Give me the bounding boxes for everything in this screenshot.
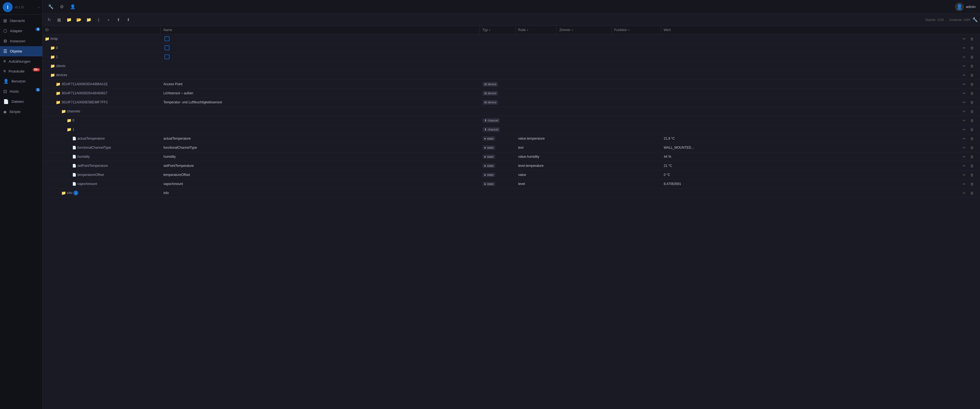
filter-icon[interactable]: 🔧 <box>972 17 978 22</box>
add-button[interactable]: + <box>104 15 113 24</box>
nav-label-protokolle: Protokolle <box>8 69 24 73</box>
row-checkbox[interactable] <box>164 54 169 59</box>
cell-zimmer <box>557 38 612 40</box>
delete-button[interactable]: 🗑 <box>969 190 975 196</box>
header-zimmer[interactable]: Zimmer ▾ <box>557 26 612 34</box>
sidebar-item-objekte[interactable]: ☰ Objekte <box>0 46 42 56</box>
edit-button[interactable]: ✏ <box>961 108 967 115</box>
delete-button[interactable]: 🗑 <box>969 153 975 160</box>
edit-button[interactable]: ✏ <box>961 163 967 169</box>
sidebar-item-adapter[interactable]: ⬡ Adapter 4 <box>0 26 42 36</box>
sidebar-collapse-button[interactable]: ‹ <box>38 5 40 10</box>
typ-sort-icon: ▾ <box>489 29 490 32</box>
folder-open-button[interactable]: 📂 <box>75 15 83 24</box>
cell-id: 📄 temperatureOffset <box>43 172 161 178</box>
edit-button[interactable]: ✏ <box>961 81 967 88</box>
delete-button[interactable]: 🗑 <box>969 135 975 142</box>
sidebar-item-aufzaehlungen[interactable]: ≡ Aufzählungen <box>0 56 42 66</box>
tools-icon[interactable]: 🔧 <box>47 3 55 11</box>
edit-button[interactable]: ✏ <box>961 72 967 78</box>
cell-rolle: level.temperature <box>515 163 557 169</box>
settings-icon[interactable]: ⚙ <box>58 3 66 11</box>
edit-button[interactable]: ✏ <box>961 35 967 42</box>
edit-button[interactable]: ✏ <box>961 153 967 160</box>
sidebar-item-protokolle[interactable]: ≡ Protokolle 99+ <box>0 66 42 76</box>
edit-button[interactable]: ✏ <box>961 171 967 178</box>
delete-button[interactable]: 🗑 <box>969 90 975 96</box>
chart-button[interactable]: ▦ <box>55 15 64 24</box>
state-badge: ●state <box>483 136 495 141</box>
header-rolle[interactable]: Rolle ▾ <box>515 26 557 34</box>
person-icon[interactable]: 👤 <box>69 3 76 11</box>
refresh-button[interactable]: ↻ <box>45 15 54 24</box>
delete-button[interactable]: 🗑 <box>969 35 975 42</box>
row-actions: ✏ 🗑 <box>961 190 977 196</box>
edit-button[interactable]: ✏ <box>961 117 967 124</box>
sidebar-item-skripte[interactable]: ◈ Skripte <box>0 107 42 117</box>
number-button[interactable]: 1 <box>94 15 103 24</box>
cell-zimmer <box>557 65 612 67</box>
folder-special-button[interactable]: 📁 <box>84 15 93 24</box>
id-text: temperatureOffset <box>78 173 104 177</box>
edit-button[interactable]: ✏ <box>961 181 967 187</box>
delete-button[interactable]: 🗑 <box>969 171 975 178</box>
cell-name: Access Point <box>161 81 480 87</box>
delete-button[interactable]: 🗑 <box>969 81 975 88</box>
edit-button[interactable]: ✏ <box>961 99 967 105</box>
table-row: 📁 1 ✏ 🗑 <box>43 53 980 62</box>
sidebar-item-hosts[interactable]: ⊡ Hosts 1 <box>0 86 42 96</box>
edit-button[interactable]: ✏ <box>961 45 967 51</box>
header-typ[interactable]: Typ ▾ <box>480 26 515 34</box>
cell-id: 📁 channels <box>43 108 161 115</box>
delete-button[interactable]: 🗑 <box>969 72 975 78</box>
edit-button[interactable]: ✏ <box>961 126 967 133</box>
file-icon: 📄 <box>72 146 76 150</box>
edit-button[interactable]: ✏ <box>961 144 967 151</box>
wert-text: 21 °C <box>664 164 672 168</box>
delete-button[interactable]: 🗑 <box>969 163 975 169</box>
delete-button[interactable]: 🗑 <box>969 181 975 187</box>
delete-button[interactable]: 🗑 <box>969 108 975 115</box>
folder-button[interactable]: 📁 <box>65 15 73 24</box>
cell-typ: ●state <box>480 163 515 169</box>
sidebar-item-instanzen[interactable]: ⚙ Instanzen <box>0 36 42 46</box>
edit-button[interactable]: ✏ <box>961 54 967 60</box>
delete-button[interactable]: 🗑 <box>969 117 975 124</box>
edit-button[interactable]: ✏ <box>961 135 967 142</box>
app-version: v5.1.25 <box>15 6 24 9</box>
row-checkbox[interactable] <box>164 45 169 50</box>
cell-zimmer <box>557 183 612 185</box>
app-logo: i <box>3 2 13 12</box>
row-checkbox[interactable] <box>164 36 169 41</box>
cell-id: 📁 0 <box>43 45 161 51</box>
cell-rolle <box>515 83 557 85</box>
edit-button[interactable]: ✏ <box>961 63 967 69</box>
delete-button[interactable]: 🗑 <box>969 126 975 133</box>
username-label: admin <box>966 5 975 9</box>
cell-typ: ⬆channel <box>480 126 515 133</box>
name-text: functionalChannelType <box>164 146 197 150</box>
header-funktion[interactable]: Funktion ▾ <box>612 26 661 34</box>
edit-button[interactable]: ✏ <box>961 90 967 96</box>
topbar: 🔧 ⚙ 👤 👤 admin <box>43 0 980 14</box>
upload-button[interactable]: ⬆ <box>114 15 123 24</box>
folder-icon: 📁 <box>67 127 72 132</box>
delete-button[interactable]: 🗑 <box>969 45 975 51</box>
id-text: info <box>67 191 72 195</box>
cell-zimmer <box>557 92 612 94</box>
delete-button[interactable]: 🗑 <box>969 99 975 105</box>
table-row: 📁 hmip ✏ 🗑 <box>43 34 980 43</box>
sidebar-item-uebersicht[interactable]: ⊞ Übersicht <box>0 16 42 26</box>
cell-funktion <box>612 192 661 194</box>
type-badge: ⊞device <box>483 100 498 105</box>
delete-button[interactable]: 🗑 <box>969 63 975 69</box>
sidebar-item-benutzer[interactable]: 👤 Benutzer <box>0 76 42 86</box>
download-button[interactable]: ⬇ <box>124 15 133 24</box>
delete-button[interactable]: 🗑 <box>969 144 975 151</box>
cell-id: 📁 1 <box>43 54 161 60</box>
edit-button[interactable]: ✏ <box>961 190 967 196</box>
delete-button[interactable]: 🗑 <box>969 54 975 60</box>
cell-rolle: text <box>515 145 557 151</box>
row-actions: ✏ 🗑 <box>961 108 977 115</box>
sidebar-item-dateien[interactable]: 📄 Dateien <box>0 96 42 107</box>
